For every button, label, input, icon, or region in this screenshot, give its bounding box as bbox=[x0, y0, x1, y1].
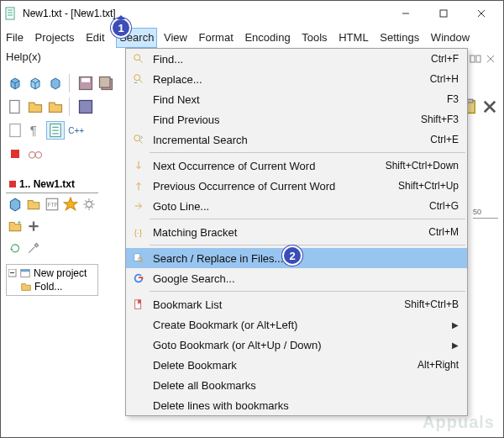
replace-icon bbox=[129, 73, 148, 85]
svg-point-32 bbox=[134, 75, 140, 81]
svg-rect-11 bbox=[10, 124, 21, 137]
doc-highlight-icon[interactable] bbox=[46, 121, 65, 140]
project-tree: New project Fold... bbox=[6, 264, 98, 296]
menu-window[interactable]: Window bbox=[431, 29, 470, 47]
search-dropdown: Find... Ctrl+F Replace... Ctrl+H Find Ne… bbox=[125, 48, 468, 416]
svg-rect-10 bbox=[80, 101, 92, 113]
panel-plus-icon[interactable] bbox=[26, 219, 41, 234]
menu-help[interactable]: Help(x) bbox=[6, 48, 41, 66]
callout-2: 2 bbox=[282, 245, 302, 266]
menu-view[interactable]: View bbox=[164, 29, 187, 47]
titlebar: New1.txt - [New1.txt] bbox=[1, 1, 503, 26]
menu-item-bookmark-list[interactable]: Bookmark List Shift+Ctrl+B bbox=[126, 294, 467, 314]
tab-label: 1.. New1.txt bbox=[19, 178, 75, 190]
menu-separator bbox=[150, 152, 465, 153]
svg-text:¶: ¶ bbox=[30, 123, 37, 137]
panel-folder-icon[interactable] bbox=[26, 197, 41, 212]
svg-point-33 bbox=[134, 135, 140, 141]
menu-item-incremental-search[interactable]: Incremental Search Ctrl+E bbox=[126, 129, 467, 150]
right-toolbar-2: >_ bbox=[493, 127, 498, 142]
mini-close-icon[interactable] bbox=[485, 53, 496, 65]
minimize-button[interactable] bbox=[386, 2, 424, 25]
menu-item-create-bookmark[interactable]: Create Bookmark (or Alt+Left) ▶ bbox=[126, 314, 467, 335]
ruler: 50 bbox=[473, 208, 498, 219]
pilcrow-icon[interactable]: ¶ bbox=[26, 121, 45, 140]
menu-item-delete-all-bookmarks[interactable]: Delete all Bookmarks bbox=[126, 375, 467, 395]
svg-text:{·}: {·} bbox=[134, 228, 143, 237]
panel-icon-row-2: + bbox=[6, 215, 98, 237]
goto-icon bbox=[129, 200, 148, 212]
svg-text:FTP: FTP bbox=[47, 202, 58, 208]
tree-project-node[interactable]: New project bbox=[8, 266, 96, 280]
menu-item-delete-lines-bookmarks[interactable]: Delete lines with bookmarks bbox=[126, 395, 467, 415]
disk-icon[interactable] bbox=[76, 98, 95, 116]
panel-star-icon[interactable] bbox=[63, 197, 78, 212]
tree-folder-label: Fold... bbox=[34, 281, 62, 293]
svg-rect-6 bbox=[81, 78, 90, 82]
menu-item-find-next[interactable]: Find Next F3 bbox=[126, 89, 467, 109]
submenu-arrow-icon: ▶ bbox=[452, 320, 459, 330]
folder-2-icon[interactable] bbox=[46, 98, 65, 116]
document-tab[interactable]: 1.. New1.txt bbox=[6, 176, 98, 193]
menu-item-find[interactable]: Find... Ctrl+F bbox=[126, 49, 467, 69]
svg-rect-3 bbox=[470, 55, 475, 62]
mini-icon-2[interactable] bbox=[470, 53, 481, 65]
panel-ftp-icon[interactable]: FTP bbox=[45, 197, 60, 212]
open-cube-icon[interactable] bbox=[26, 74, 45, 92]
menu-item-replace[interactable]: Replace... Ctrl+H bbox=[126, 69, 467, 89]
svg-rect-8 bbox=[100, 77, 111, 88]
bookmark-icon bbox=[129, 298, 148, 310]
collapse-icon bbox=[8, 269, 17, 277]
cpp-icon[interactable]: C++ bbox=[66, 121, 85, 140]
svg-rect-30 bbox=[21, 270, 30, 272]
panel-gear-icon[interactable] bbox=[81, 197, 97, 212]
svg-point-26 bbox=[87, 202, 92, 208]
search-files-icon bbox=[129, 252, 148, 264]
menu-item-goto-line[interactable]: Goto Line... Ctrl+G bbox=[126, 196, 467, 216]
menu-item-google-search[interactable]: Google Search... bbox=[126, 268, 467, 288]
google-icon bbox=[129, 272, 148, 284]
menu-edit[interactable]: Edit bbox=[86, 29, 104, 47]
panel-cube-icon[interactable] bbox=[8, 197, 23, 212]
modified-indicator bbox=[9, 181, 16, 187]
tree-folder-node[interactable]: Fold... bbox=[8, 280, 96, 293]
close-button[interactable] bbox=[462, 2, 500, 25]
menu-tools[interactable]: Tools bbox=[302, 29, 327, 47]
menu-format[interactable]: Format bbox=[199, 29, 234, 47]
doc-blank-icon[interactable] bbox=[6, 121, 24, 140]
maximize-button[interactable] bbox=[424, 2, 462, 25]
svg-rect-0 bbox=[6, 8, 14, 19]
open-folder-icon[interactable] bbox=[26, 98, 45, 116]
menu-item-matching-bracket[interactable]: {·} Matching Bracket Ctrl+M bbox=[126, 222, 467, 242]
menu-settings[interactable]: Settings bbox=[380, 29, 419, 47]
window-title: New1.txt - [New1.txt] bbox=[23, 8, 386, 19]
submenu-arrow-icon: ▶ bbox=[452, 340, 459, 350]
svg-rect-9 bbox=[10, 101, 19, 113]
menu-separator bbox=[150, 291, 465, 292]
new-cube-icon[interactable] bbox=[6, 74, 24, 92]
panel-tools-icon[interactable] bbox=[26, 240, 41, 256]
next-word-icon bbox=[129, 160, 148, 172]
cube-3-icon[interactable] bbox=[46, 74, 65, 92]
menu-item-goto-bookmark[interactable]: Goto Bookmark (or Alt+Up / Down) ▶ bbox=[126, 335, 467, 355]
project-icon bbox=[19, 267, 31, 279]
menu-item-find-previous[interactable]: Find Previous Shift+F3 bbox=[126, 109, 467, 129]
menu-item-prev-occurrence[interactable]: Previous Occurrence of Current Word Shif… bbox=[126, 176, 467, 196]
save-icon[interactable] bbox=[76, 74, 95, 92]
new-doc-icon[interactable] bbox=[6, 98, 24, 116]
menu-projects[interactable]: Projects bbox=[35, 29, 75, 47]
left-panel: 1.. New1.txt FTP + New project Fold bbox=[6, 152, 98, 296]
menu-item-delete-bookmark[interactable]: Delete Bookmark Alt+Right bbox=[126, 355, 467, 375]
menu-encoding[interactable]: Encoding bbox=[244, 29, 290, 47]
panel-refresh-icon[interactable] bbox=[8, 240, 23, 256]
menu-item-next-occurrence[interactable]: Next Occurrence of Current Word Shift+Ct… bbox=[126, 156, 467, 176]
ruler-mark: 50 bbox=[473, 208, 481, 216]
menu-html[interactable]: HTML bbox=[339, 29, 368, 47]
x-icon[interactable] bbox=[481, 98, 498, 115]
window-buttons bbox=[386, 2, 500, 25]
panel-folder-plus-icon[interactable]: + bbox=[8, 219, 23, 234]
prev-word-icon bbox=[129, 180, 148, 192]
save-all-icon[interactable] bbox=[97, 74, 115, 92]
incremental-icon bbox=[129, 134, 148, 145]
menu-file[interactable]: File bbox=[6, 29, 24, 47]
